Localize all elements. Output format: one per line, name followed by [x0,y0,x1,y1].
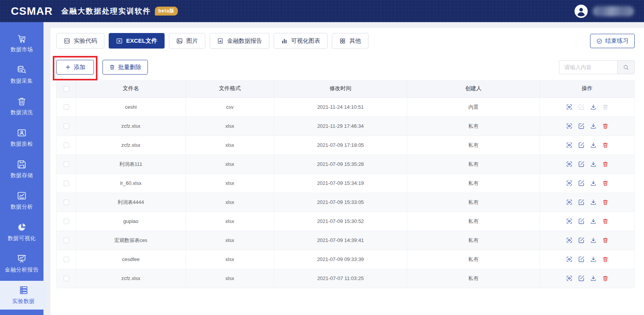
row-actions [540,142,634,148]
preview-icon[interactable] [566,123,573,129]
app-title: 金融大数据处理实训软件 [61,6,151,16]
row-checkbox[interactable] [64,276,69,281]
tab-label: 图片 [186,37,198,45]
cell-modified-time: 2021-11-29 17:46:34 [274,117,407,136]
edit-icon[interactable] [578,199,585,205]
preview-icon[interactable] [566,256,573,263]
download-icon[interactable] [590,180,597,186]
cell-modified-time: 2021-07-09 17:18:05 [274,136,407,155]
batch-delete-label: 批量删除 [118,64,141,71]
delete-icon[interactable] [602,237,609,244]
preview-icon[interactable] [566,142,573,148]
row-checkbox[interactable] [64,104,69,110]
row-checkbox[interactable] [64,162,69,167]
delete-icon [602,104,609,110]
download-icon[interactable] [590,104,597,110]
delete-icon[interactable] [602,161,609,167]
preview-icon[interactable] [566,104,573,110]
column-header: 文件名 [76,80,186,97]
download-icon[interactable] [590,218,597,225]
sidebar-item-data-collect[interactable]: 数据采集 [0,61,43,89]
row-checkbox[interactable] [64,124,69,129]
table-row: cesdfeexlsx2021-07-09 09:33:39私有 [57,250,635,269]
row-actions [540,256,634,263]
barchart-icon [281,38,288,44]
tab-other[interactable]: 其他 [332,33,368,49]
download-icon[interactable] [590,142,597,148]
app-header: CSMAR 金融大数据处理实训软件 beta版 [0,0,644,22]
cell-creator: 内置 [407,97,540,117]
tabs-row: 实验代码EXCEL文件图片金融数据报告可视化图表其他 结束练习 [56,33,635,49]
cell-file-name: gupiao [76,212,186,231]
preview-icon[interactable] [566,275,573,282]
tab-report[interactable]: 金融数据报告 [210,33,269,49]
beta-badge: beta版 [155,7,178,16]
sidebar-item-data-store[interactable]: 数据存储 [0,155,43,184]
search-input[interactable] [559,60,617,74]
row-actions [540,218,634,225]
finish-practice-button[interactable]: 结束练习 [590,34,635,48]
delete-icon[interactable] [602,199,609,205]
edit-icon[interactable] [578,218,585,225]
add-button[interactable]: 添加 [56,60,94,75]
row-checkbox[interactable] [64,143,69,148]
batch-delete-button[interactable]: 批量删除 [102,60,148,75]
row-checkbox[interactable] [64,200,69,205]
cell-creator: 私有 [407,117,540,136]
sidebar-item-experiment-data[interactable]: 实验数据 [0,281,47,310]
sidebar-item-data-qc[interactable]: 数据质检 [0,124,43,152]
download-icon[interactable] [590,275,597,282]
row-actions [540,161,634,167]
delete-icon[interactable] [602,256,609,263]
tab-image[interactable]: 图片 [169,33,205,49]
delete-icon[interactable] [602,142,609,148]
sidebar-item-data-clean[interactable]: 数据清洗 [0,92,43,121]
user-avatar[interactable] [575,5,588,18]
sidebar-item-finance-report[interactable]: 金融分析报告 [0,249,43,278]
cell-file-format: xlsx [186,136,274,155]
sidebar-item-data-market[interactable]: 数据市场 [0,29,43,58]
cell-file-name: zcfz.xlsx [76,136,186,155]
sidebar-item-data-visual[interactable]: 数据可视化 [0,218,43,247]
check-circle-icon [596,38,602,44]
tab-excel[interactable]: EXCEL文件 [109,33,165,49]
grid-icon [339,38,346,44]
download-icon[interactable] [590,123,597,129]
tab-chart[interactable]: 可视化图表 [274,33,328,49]
download-icon[interactable] [590,256,597,263]
cell-modified-time: 2021-07-07 11:03:25 [274,269,407,288]
row-actions [540,275,634,282]
tabs-group: 实验代码EXCEL文件图片金融数据报告可视化图表其他 [56,33,368,49]
preview-icon[interactable] [566,218,573,225]
preview-icon[interactable] [566,161,573,167]
delete-icon[interactable] [602,123,609,129]
floppy-icon [17,159,27,169]
edit-icon[interactable] [578,161,585,167]
delete-icon[interactable] [602,275,609,282]
trash-icon [17,96,27,106]
preview-icon[interactable] [566,199,573,205]
board-icon [17,254,27,264]
edit-icon[interactable] [578,180,585,186]
edit-icon[interactable] [578,237,585,244]
row-checkbox[interactable] [64,181,69,186]
edit-icon[interactable] [578,256,585,263]
code-icon [64,38,70,44]
tab-code[interactable]: 实验代码 [56,33,104,49]
row-checkbox[interactable] [64,257,69,262]
preview-icon[interactable] [566,180,573,186]
edit-icon[interactable] [578,123,585,129]
download-icon[interactable] [590,237,597,244]
row-checkbox[interactable] [64,238,69,243]
row-checkbox[interactable] [64,219,69,224]
edit-icon[interactable] [578,275,585,282]
preview-icon[interactable] [566,237,573,244]
download-icon[interactable] [590,199,597,205]
select-all-checkbox[interactable] [64,86,69,92]
sidebar-item-data-analysis[interactable]: 数据分析 [0,186,43,215]
delete-icon[interactable] [602,218,609,225]
delete-icon[interactable] [602,180,609,186]
download-icon[interactable] [590,161,597,167]
search-button[interactable] [617,60,635,74]
edit-icon[interactable] [578,142,585,148]
